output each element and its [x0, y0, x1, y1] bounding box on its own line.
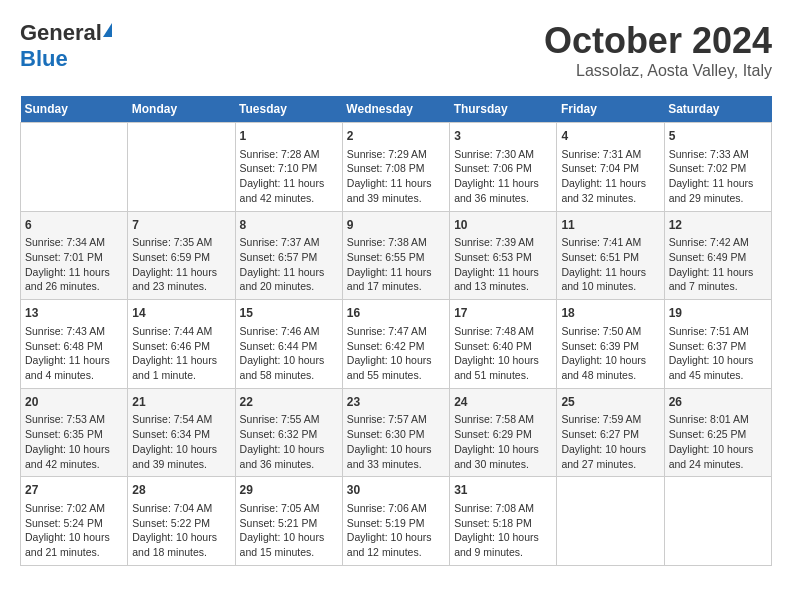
day-info: Sunrise: 7:53 AM Sunset: 6:35 PM Dayligh…: [25, 412, 123, 471]
calendar-header-row: SundayMondayTuesdayWednesdayThursdayFrid…: [21, 96, 772, 123]
calendar-cell: 7Sunrise: 7:35 AM Sunset: 6:59 PM Daylig…: [128, 211, 235, 300]
calendar-cell: 19Sunrise: 7:51 AM Sunset: 6:37 PM Dayli…: [664, 300, 771, 389]
calendar-cell: 15Sunrise: 7:46 AM Sunset: 6:44 PM Dayli…: [235, 300, 342, 389]
day-info: Sunrise: 7:29 AM Sunset: 7:08 PM Dayligh…: [347, 147, 445, 206]
calendar-cell: [21, 123, 128, 212]
calendar-day-header: Monday: [128, 96, 235, 123]
day-number: 21: [132, 394, 230, 411]
calendar-cell: 5Sunrise: 7:33 AM Sunset: 7:02 PM Daylig…: [664, 123, 771, 212]
calendar-cell: [664, 477, 771, 566]
day-number: 7: [132, 217, 230, 234]
calendar-day-header: Saturday: [664, 96, 771, 123]
calendar-cell: 6Sunrise: 7:34 AM Sunset: 7:01 PM Daylig…: [21, 211, 128, 300]
day-number: 15: [240, 305, 338, 322]
calendar-day-header: Thursday: [450, 96, 557, 123]
day-number: 18: [561, 305, 659, 322]
day-number: 24: [454, 394, 552, 411]
day-info: Sunrise: 7:34 AM Sunset: 7:01 PM Dayligh…: [25, 235, 123, 294]
day-info: Sunrise: 7:46 AM Sunset: 6:44 PM Dayligh…: [240, 324, 338, 383]
day-info: Sunrise: 7:30 AM Sunset: 7:06 PM Dayligh…: [454, 147, 552, 206]
day-number: 19: [669, 305, 767, 322]
calendar-week-row: 20Sunrise: 7:53 AM Sunset: 6:35 PM Dayli…: [21, 388, 772, 477]
day-number: 31: [454, 482, 552, 499]
day-number: 17: [454, 305, 552, 322]
calendar-cell: 31Sunrise: 7:08 AM Sunset: 5:18 PM Dayli…: [450, 477, 557, 566]
calendar-table: SundayMondayTuesdayWednesdayThursdayFrid…: [20, 96, 772, 566]
page-subtitle: Lassolaz, Aosta Valley, Italy: [544, 62, 772, 80]
calendar-cell: 27Sunrise: 7:02 AM Sunset: 5:24 PM Dayli…: [21, 477, 128, 566]
day-info: Sunrise: 7:35 AM Sunset: 6:59 PM Dayligh…: [132, 235, 230, 294]
calendar-cell: 24Sunrise: 7:58 AM Sunset: 6:29 PM Dayli…: [450, 388, 557, 477]
logo: General Blue: [20, 20, 112, 72]
day-number: 29: [240, 482, 338, 499]
day-info: Sunrise: 7:55 AM Sunset: 6:32 PM Dayligh…: [240, 412, 338, 471]
day-info: Sunrise: 7:39 AM Sunset: 6:53 PM Dayligh…: [454, 235, 552, 294]
day-info: Sunrise: 8:01 AM Sunset: 6:25 PM Dayligh…: [669, 412, 767, 471]
day-number: 16: [347, 305, 445, 322]
calendar-cell: 1Sunrise: 7:28 AM Sunset: 7:10 PM Daylig…: [235, 123, 342, 212]
day-number: 9: [347, 217, 445, 234]
day-number: 2: [347, 128, 445, 145]
day-number: 30: [347, 482, 445, 499]
day-info: Sunrise: 7:38 AM Sunset: 6:55 PM Dayligh…: [347, 235, 445, 294]
day-number: 4: [561, 128, 659, 145]
day-number: 8: [240, 217, 338, 234]
calendar-cell: 12Sunrise: 7:42 AM Sunset: 6:49 PM Dayli…: [664, 211, 771, 300]
calendar-cell: 18Sunrise: 7:50 AM Sunset: 6:39 PM Dayli…: [557, 300, 664, 389]
calendar-cell: 28Sunrise: 7:04 AM Sunset: 5:22 PM Dayli…: [128, 477, 235, 566]
day-info: Sunrise: 7:57 AM Sunset: 6:30 PM Dayligh…: [347, 412, 445, 471]
day-info: Sunrise: 7:08 AM Sunset: 5:18 PM Dayligh…: [454, 501, 552, 560]
calendar-cell: [128, 123, 235, 212]
day-number: 25: [561, 394, 659, 411]
day-info: Sunrise: 7:02 AM Sunset: 5:24 PM Dayligh…: [25, 501, 123, 560]
calendar-cell: 26Sunrise: 8:01 AM Sunset: 6:25 PM Dayli…: [664, 388, 771, 477]
calendar-day-header: Wednesday: [342, 96, 449, 123]
calendar-cell: 10Sunrise: 7:39 AM Sunset: 6:53 PM Dayli…: [450, 211, 557, 300]
day-number: 3: [454, 128, 552, 145]
page-title: October 2024: [544, 20, 772, 62]
logo-blue-text: Blue: [20, 46, 68, 72]
calendar-day-header: Sunday: [21, 96, 128, 123]
calendar-cell: 16Sunrise: 7:47 AM Sunset: 6:42 PM Dayli…: [342, 300, 449, 389]
calendar-cell: 2Sunrise: 7:29 AM Sunset: 7:08 PM Daylig…: [342, 123, 449, 212]
day-info: Sunrise: 7:44 AM Sunset: 6:46 PM Dayligh…: [132, 324, 230, 383]
calendar-cell: 14Sunrise: 7:44 AM Sunset: 6:46 PM Dayli…: [128, 300, 235, 389]
calendar-cell: 30Sunrise: 7:06 AM Sunset: 5:19 PM Dayli…: [342, 477, 449, 566]
day-number: 12: [669, 217, 767, 234]
calendar-week-row: 27Sunrise: 7:02 AM Sunset: 5:24 PM Dayli…: [21, 477, 772, 566]
day-info: Sunrise: 7:58 AM Sunset: 6:29 PM Dayligh…: [454, 412, 552, 471]
calendar-day-header: Friday: [557, 96, 664, 123]
calendar-cell: 9Sunrise: 7:38 AM Sunset: 6:55 PM Daylig…: [342, 211, 449, 300]
day-info: Sunrise: 7:28 AM Sunset: 7:10 PM Dayligh…: [240, 147, 338, 206]
day-info: Sunrise: 7:47 AM Sunset: 6:42 PM Dayligh…: [347, 324, 445, 383]
day-number: 6: [25, 217, 123, 234]
day-info: Sunrise: 7:06 AM Sunset: 5:19 PM Dayligh…: [347, 501, 445, 560]
calendar-cell: 25Sunrise: 7:59 AM Sunset: 6:27 PM Dayli…: [557, 388, 664, 477]
day-number: 27: [25, 482, 123, 499]
day-info: Sunrise: 7:04 AM Sunset: 5:22 PM Dayligh…: [132, 501, 230, 560]
calendar-cell: 17Sunrise: 7:48 AM Sunset: 6:40 PM Dayli…: [450, 300, 557, 389]
day-number: 1: [240, 128, 338, 145]
calendar-cell: 4Sunrise: 7:31 AM Sunset: 7:04 PM Daylig…: [557, 123, 664, 212]
day-info: Sunrise: 7:05 AM Sunset: 5:21 PM Dayligh…: [240, 501, 338, 560]
day-number: 10: [454, 217, 552, 234]
page-header: General Blue October 2024 Lassolaz, Aost…: [20, 20, 772, 80]
day-info: Sunrise: 7:31 AM Sunset: 7:04 PM Dayligh…: [561, 147, 659, 206]
day-info: Sunrise: 7:37 AM Sunset: 6:57 PM Dayligh…: [240, 235, 338, 294]
day-info: Sunrise: 7:33 AM Sunset: 7:02 PM Dayligh…: [669, 147, 767, 206]
calendar-cell: 11Sunrise: 7:41 AM Sunset: 6:51 PM Dayli…: [557, 211, 664, 300]
day-info: Sunrise: 7:48 AM Sunset: 6:40 PM Dayligh…: [454, 324, 552, 383]
logo-triangle-icon: [103, 23, 112, 37]
calendar-cell: 3Sunrise: 7:30 AM Sunset: 7:06 PM Daylig…: [450, 123, 557, 212]
day-number: 22: [240, 394, 338, 411]
day-number: 14: [132, 305, 230, 322]
day-number: 5: [669, 128, 767, 145]
day-info: Sunrise: 7:54 AM Sunset: 6:34 PM Dayligh…: [132, 412, 230, 471]
day-number: 13: [25, 305, 123, 322]
day-info: Sunrise: 7:59 AM Sunset: 6:27 PM Dayligh…: [561, 412, 659, 471]
calendar-week-row: 6Sunrise: 7:34 AM Sunset: 7:01 PM Daylig…: [21, 211, 772, 300]
calendar-cell: 29Sunrise: 7:05 AM Sunset: 5:21 PM Dayli…: [235, 477, 342, 566]
day-info: Sunrise: 7:50 AM Sunset: 6:39 PM Dayligh…: [561, 324, 659, 383]
day-info: Sunrise: 7:41 AM Sunset: 6:51 PM Dayligh…: [561, 235, 659, 294]
calendar-cell: 8Sunrise: 7:37 AM Sunset: 6:57 PM Daylig…: [235, 211, 342, 300]
